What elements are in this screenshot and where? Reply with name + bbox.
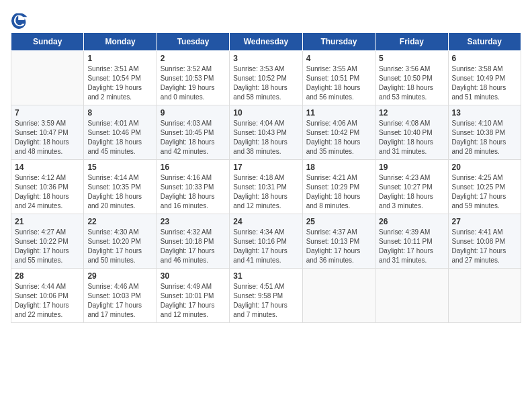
day-number: 29 <box>87 271 152 281</box>
calendar-cell: 24Sunrise: 4:34 AMSunset: 10:16 PMDaylig… <box>230 214 302 269</box>
day-number: 13 <box>452 108 517 118</box>
sunrise-text: Sunrise: 4:18 AM <box>233 173 298 183</box>
daylight-text: Daylight: 18 hours and 51 minutes. <box>452 83 517 102</box>
day-number: 15 <box>87 163 152 172</box>
calendar-cell: 27Sunrise: 4:41 AMSunset: 10:08 PMDaylig… <box>448 214 521 269</box>
day-info: Sunrise: 3:58 AMSunset: 10:49 PMDaylight… <box>452 64 517 102</box>
day-info: Sunrise: 3:59 AMSunset: 10:47 PMDaylight… <box>15 119 80 156</box>
weekday-header-sunday: Sunday <box>11 33 84 51</box>
weekday-header-friday: Friday <box>375 33 448 51</box>
calendar-week-row: 7Sunrise: 3:59 AMSunset: 10:47 PMDayligh… <box>11 105 521 160</box>
calendar-cell: 5Sunrise: 3:56 AMSunset: 10:50 PMDayligh… <box>375 51 448 105</box>
daylight-text: Daylight: 18 hours and 56 minutes. <box>306 83 371 102</box>
day-number: 25 <box>306 217 371 226</box>
sunset-text: Sunset: 10:50 PM <box>379 74 444 83</box>
day-number: 3 <box>233 54 298 63</box>
day-info: Sunrise: 4:44 AMSunset: 10:06 PMDaylight… <box>15 282 80 320</box>
weekday-header-wednesday: Wednesday <box>230 33 302 51</box>
calendar-cell: 14Sunrise: 4:12 AMSunset: 10:36 PMDaylig… <box>11 160 84 214</box>
day-number: 11 <box>306 108 371 118</box>
weekday-header-thursday: Thursday <box>302 33 375 51</box>
calendar-cell: 21Sunrise: 4:27 AMSunset: 10:22 PMDaylig… <box>11 214 84 269</box>
sunset-text: Sunset: 10:20 PM <box>87 237 152 246</box>
daylight-text: Daylight: 18 hours and 16 minutes. <box>161 192 226 211</box>
day-number: 20 <box>452 163 517 172</box>
daylight-text: Daylight: 19 hours and 0 minutes. <box>161 83 226 102</box>
daylight-text: Daylight: 19 hours and 2 minutes. <box>87 83 152 102</box>
day-info: Sunrise: 4:14 AMSunset: 10:35 PMDaylight… <box>87 173 152 211</box>
sunset-text: Sunset: 10:45 PM <box>161 128 226 138</box>
calendar-cell: 13Sunrise: 4:10 AMSunset: 10:38 PMDaylig… <box>448 105 521 160</box>
calendar-table: SundayMondayTuesdayWednesdayThursdayFrid… <box>11 32 521 323</box>
daylight-text: Daylight: 18 hours and 20 minutes. <box>87 192 152 211</box>
daylight-text: Daylight: 17 hours and 41 minutes. <box>233 246 298 265</box>
day-info: Sunrise: 4:30 AMSunset: 10:20 PMDaylight… <box>87 228 152 265</box>
day-number: 19 <box>379 163 444 172</box>
sunset-text: Sunset: 10:46 PM <box>87 128 152 138</box>
day-number: 16 <box>161 163 226 172</box>
calendar-cell <box>448 269 521 323</box>
day-number: 22 <box>87 217 152 226</box>
day-info: Sunrise: 4:10 AMSunset: 10:38 PMDaylight… <box>452 119 517 156</box>
day-number: 5 <box>379 54 444 63</box>
calendar-cell: 29Sunrise: 4:46 AMSunset: 10:03 PMDaylig… <box>84 269 157 323</box>
calendar-cell: 6Sunrise: 3:58 AMSunset: 10:49 PMDayligh… <box>448 51 521 105</box>
sunrise-text: Sunrise: 4:10 AM <box>452 119 517 128</box>
calendar-cell: 30Sunrise: 4:49 AMSunset: 10:01 PMDaylig… <box>157 269 229 323</box>
daylight-text: Daylight: 18 hours and 45 minutes. <box>87 138 152 156</box>
sunrise-text: Sunrise: 4:25 AM <box>452 173 517 183</box>
calendar-cell: 11Sunrise: 4:06 AMSunset: 10:42 PMDaylig… <box>302 105 375 160</box>
day-info: Sunrise: 4:18 AMSunset: 10:31 PMDaylight… <box>233 173 298 211</box>
day-info: Sunrise: 4:37 AMSunset: 10:13 PMDaylight… <box>306 228 371 265</box>
calendar-cell: 28Sunrise: 4:44 AMSunset: 10:06 PMDaylig… <box>11 269 84 323</box>
sunset-text: Sunset: 10:18 PM <box>161 237 226 246</box>
daylight-text: Daylight: 17 hours and 17 minutes. <box>87 301 152 320</box>
day-info: Sunrise: 4:01 AMSunset: 10:46 PMDaylight… <box>87 119 152 156</box>
day-number: 31 <box>233 271 298 281</box>
sunset-text: Sunset: 10:33 PM <box>161 183 226 192</box>
daylight-text: Daylight: 18 hours and 38 minutes. <box>233 138 298 156</box>
sunrise-text: Sunrise: 4:41 AM <box>452 228 517 237</box>
daylight-text: Daylight: 17 hours and 55 minutes. <box>15 246 80 265</box>
calendar-cell <box>11 51 84 105</box>
day-info: Sunrise: 4:39 AMSunset: 10:11 PMDaylight… <box>379 228 444 265</box>
day-info: Sunrise: 4:16 AMSunset: 10:33 PMDaylight… <box>161 173 226 211</box>
day-info: Sunrise: 4:23 AMSunset: 10:27 PMDaylight… <box>379 173 444 211</box>
day-info: Sunrise: 4:46 AMSunset: 10:03 PMDaylight… <box>87 282 152 320</box>
calendar-cell: 26Sunrise: 4:39 AMSunset: 10:11 PMDaylig… <box>375 214 448 269</box>
sunrise-text: Sunrise: 4:23 AM <box>379 173 444 183</box>
sunrise-text: Sunrise: 4:37 AM <box>306 228 371 237</box>
day-info: Sunrise: 3:51 AMSunset: 10:54 PMDaylight… <box>87 64 152 102</box>
sunset-text: Sunset: 10:01 PM <box>161 291 226 301</box>
day-number: 28 <box>15 271 80 281</box>
daylight-text: Daylight: 17 hours and 27 minutes. <box>452 246 517 265</box>
sunrise-text: Sunrise: 4:51 AM <box>233 282 298 291</box>
day-info: Sunrise: 4:51 AMSunset: 9:58 PMDaylight:… <box>233 282 298 320</box>
day-number: 18 <box>306 163 371 172</box>
header <box>11 11 521 30</box>
day-info: Sunrise: 4:27 AMSunset: 10:22 PMDaylight… <box>15 228 80 265</box>
day-number: 27 <box>452 217 517 226</box>
sunrise-text: Sunrise: 4:46 AM <box>87 282 152 291</box>
sunset-text: Sunset: 10:08 PM <box>452 237 517 246</box>
sunrise-text: Sunrise: 4:16 AM <box>161 173 226 183</box>
sunrise-text: Sunrise: 4:01 AM <box>87 119 152 128</box>
calendar-cell: 31Sunrise: 4:51 AMSunset: 9:58 PMDayligh… <box>230 269 302 323</box>
day-number: 14 <box>15 163 80 172</box>
daylight-text: Daylight: 17 hours and 46 minutes. <box>161 246 226 265</box>
sunset-text: Sunset: 10:25 PM <box>452 183 517 192</box>
sunrise-text: Sunrise: 3:51 AM <box>87 64 152 74</box>
day-number: 17 <box>233 163 298 172</box>
sunset-text: Sunset: 10:43 PM <box>233 128 298 138</box>
day-info: Sunrise: 4:03 AMSunset: 10:45 PMDaylight… <box>161 119 226 156</box>
calendar-cell: 25Sunrise: 4:37 AMSunset: 10:13 PMDaylig… <box>302 214 375 269</box>
sunrise-text: Sunrise: 4:44 AM <box>15 282 80 291</box>
day-info: Sunrise: 4:41 AMSunset: 10:08 PMDaylight… <box>452 228 517 265</box>
calendar-cell: 9Sunrise: 4:03 AMSunset: 10:45 PMDayligh… <box>157 105 229 160</box>
day-info: Sunrise: 4:06 AMSunset: 10:42 PMDaylight… <box>306 119 371 156</box>
sunrise-text: Sunrise: 4:49 AM <box>161 282 226 291</box>
day-number: 24 <box>233 217 298 226</box>
sunset-text: Sunset: 10:06 PM <box>15 291 80 301</box>
calendar-cell: 7Sunrise: 3:59 AMSunset: 10:47 PMDayligh… <box>11 105 84 160</box>
day-number: 6 <box>452 54 517 63</box>
